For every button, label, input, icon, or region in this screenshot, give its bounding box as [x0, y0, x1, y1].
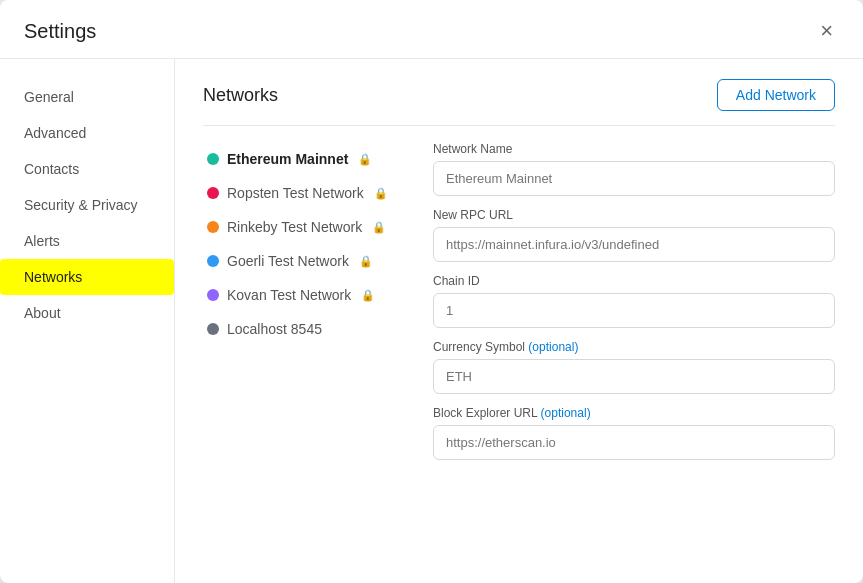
- sidebar-item-security-privacy[interactable]: Security & Privacy: [0, 187, 174, 223]
- sidebar: GeneralAdvancedContactsSecurity & Privac…: [0, 59, 175, 583]
- sidebar-item-advanced[interactable]: Advanced: [0, 115, 174, 151]
- networks-area: Ethereum Mainnet🔒Ropsten Test Network🔒Ri…: [203, 142, 835, 563]
- lock-icon: 🔒: [361, 289, 375, 302]
- sidebar-item-networks[interactable]: Networks: [0, 259, 174, 295]
- block-explorer-label: Block Explorer URL (optional): [433, 406, 835, 420]
- network-list-item[interactable]: Ethereum Mainnet🔒: [203, 142, 413, 176]
- network-dot: [207, 255, 219, 267]
- network-dot: [207, 153, 219, 165]
- network-list-item[interactable]: Goerli Test Network🔒: [203, 244, 413, 278]
- currency-symbol-group: Currency Symbol (optional): [433, 340, 835, 394]
- network-name: Ethereum Mainnet: [227, 151, 348, 167]
- block-explorer-group: Block Explorer URL (optional): [433, 406, 835, 460]
- form-area: Network Name New RPC URL Chain ID Curren…: [433, 142, 835, 563]
- network-name: Ropsten Test Network: [227, 185, 364, 201]
- network-name-label: Network Name: [433, 142, 835, 156]
- network-name: Localhost 8545: [227, 321, 322, 337]
- modal-title: Settings: [24, 20, 96, 43]
- network-list-item[interactable]: Kovan Test Network🔒: [203, 278, 413, 312]
- currency-symbol-input[interactable]: [433, 359, 835, 394]
- chain-id-group: Chain ID: [433, 274, 835, 328]
- sidebar-item-alerts[interactable]: Alerts: [0, 223, 174, 259]
- sidebar-item-about[interactable]: About: [0, 295, 174, 331]
- close-button[interactable]: ×: [814, 18, 839, 44]
- network-name-group: Network Name: [433, 142, 835, 196]
- rpc-url-group: New RPC URL: [433, 208, 835, 262]
- add-network-button[interactable]: Add Network: [717, 79, 835, 111]
- rpc-url-input[interactable]: [433, 227, 835, 262]
- divider: [203, 125, 835, 126]
- settings-modal: Settings × GeneralAdvancedContactsSecuri…: [0, 0, 863, 583]
- network-dot: [207, 221, 219, 233]
- currency-symbol-label: Currency Symbol (optional): [433, 340, 835, 354]
- network-dot: [207, 187, 219, 199]
- lock-icon: 🔒: [359, 255, 373, 268]
- modal-body: GeneralAdvancedContactsSecurity & Privac…: [0, 59, 863, 583]
- lock-icon: 🔒: [374, 187, 388, 200]
- modal-header: Settings ×: [0, 0, 863, 59]
- network-list-item[interactable]: Ropsten Test Network🔒: [203, 176, 413, 210]
- network-name: Kovan Test Network: [227, 287, 351, 303]
- section-title: Networks: [203, 85, 278, 106]
- network-dot: [207, 323, 219, 335]
- lock-icon: 🔒: [358, 153, 372, 166]
- network-dot: [207, 289, 219, 301]
- chain-id-input[interactable]: [433, 293, 835, 328]
- block-explorer-input[interactable]: [433, 425, 835, 460]
- network-name: Rinkeby Test Network: [227, 219, 362, 235]
- network-list-item[interactable]: Localhost 8545: [203, 312, 413, 346]
- network-name-input[interactable]: [433, 161, 835, 196]
- network-list: Ethereum Mainnet🔒Ropsten Test Network🔒Ri…: [203, 142, 433, 563]
- lock-icon: 🔒: [372, 221, 386, 234]
- network-name: Goerli Test Network: [227, 253, 349, 269]
- rpc-url-label: New RPC URL: [433, 208, 835, 222]
- main-header: Networks Add Network: [203, 79, 835, 111]
- main-content: Networks Add Network Ethereum Mainnet🔒Ro…: [175, 59, 863, 583]
- sidebar-item-general[interactable]: General: [0, 79, 174, 115]
- network-list-item[interactable]: Rinkeby Test Network🔒: [203, 210, 413, 244]
- sidebar-item-contacts[interactable]: Contacts: [0, 151, 174, 187]
- chain-id-label: Chain ID: [433, 274, 835, 288]
